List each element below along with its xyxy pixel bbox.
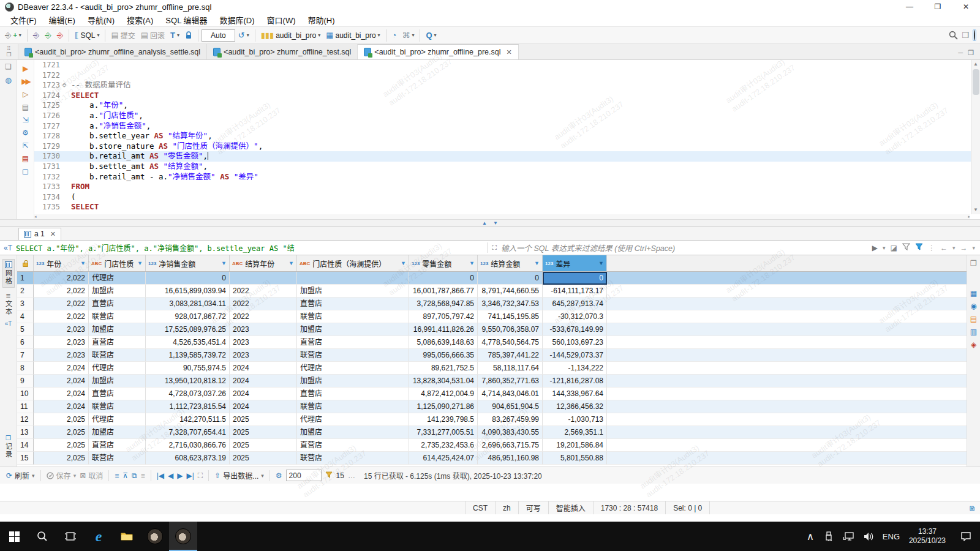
references-icon[interactable]: ▥ (970, 328, 977, 336)
grid-cell[interactable]: -121,816,287.08 (543, 375, 607, 388)
code-line[interactable]: 1732 b.retail_amt - a."净销售金额" AS "差异" (34, 172, 980, 182)
grid-cell[interactable]: -1,134,222 (543, 362, 607, 375)
table-row[interactable]: 152,025联营店608,623,873.192025联营店614,425,4… (17, 452, 967, 465)
grid-cell[interactable] (230, 272, 297, 285)
grid-cell[interactable]: 904,651,904.5 (478, 400, 543, 413)
column-filter-chevron-icon[interactable]: ▼ (469, 260, 475, 266)
commit-button[interactable]: ▤提交 (108, 29, 137, 42)
maximize-view-icon[interactable]: ❐ (968, 49, 974, 57)
grid-cell[interactable]: 加盟店 (297, 285, 409, 298)
grid-cell[interactable]: 90,755,974.5 (146, 362, 230, 375)
more-icon[interactable]: … (348, 471, 355, 480)
sql-editor-button[interactable]: ⟦SQL▾ (72, 30, 102, 41)
grid-cell[interactable]: 联营店 (297, 452, 409, 465)
tab-text-view[interactable]: ≣ 文本 (3, 290, 14, 318)
value-viewer-icon[interactable]: ▦ (970, 289, 977, 298)
grid-cell[interactable]: -144,529,073.37 (543, 349, 607, 362)
grid-cell[interactable]: 142,270,511.5 (146, 413, 230, 426)
grid-settings-gear-icon[interactable]: ⚙ (276, 471, 282, 480)
collapse-up-icon[interactable]: ▲ (482, 220, 487, 226)
grid-cell[interactable]: 2024 (230, 388, 297, 400)
grid-cell[interactable]: 13,828,304,531.04 (409, 375, 478, 388)
grid-cell[interactable]: 3,346,732,347.53 (478, 298, 543, 310)
code-line[interactable]: 1731 b.settle_amt AS "结算金额", (34, 162, 980, 172)
tab-grid-view[interactable]: 网格 (2, 259, 15, 288)
column-header-6[interactable]: 123结算金额▼ (478, 255, 543, 271)
grid-cell[interactable]: 直营店 (297, 388, 409, 400)
table-row[interactable]: 52,023加盟店17,525,089,976.252023加盟店16,991,… (17, 323, 967, 336)
grid-cell[interactable]: 1,125,090,271.86 (409, 400, 478, 413)
tray-expand-icon[interactable]: ∧ (801, 522, 820, 551)
table-row[interactable]: 132,025加盟店7,328,707,654.412025加盟店7,331,2… (17, 426, 967, 439)
column-header-1[interactable]: ABC门店性质▼ (89, 255, 146, 271)
grid-cell[interactable]: 608,623,873.19 (146, 452, 230, 465)
connect-button[interactable]: ⎆ (31, 30, 42, 40)
grid-cell[interactable]: 7,328,707,654.41 (146, 426, 230, 439)
result-grid[interactable]: 123年份▼ABC门店性质▼123净销售金额▼ABC结算年份▼ABC门店性质（海… (17, 255, 967, 467)
grid-cell[interactable]: 0 (146, 272, 230, 285)
grid-cell[interactable]: 16,001,787,866.77 (409, 285, 478, 298)
table-row[interactable]: 72,023联营店1,139,585,739.722023联营店995,056,… (17, 349, 967, 362)
scroll-up-icon[interactable]: ▲ (971, 60, 980, 69)
menu-item-5[interactable]: 数据库(D) (214, 13, 260, 27)
close-icon[interactable]: ✕ (50, 230, 56, 238)
aggregate-icon[interactable]: ▤ (970, 315, 977, 323)
grid-cell[interactable]: 4,526,535,451.4 (146, 336, 230, 349)
back-arrow-icon[interactable]: ← (940, 244, 948, 252)
history-button[interactable]: ↺▾ (236, 30, 252, 40)
apply-filter-icon[interactable]: ▶ (872, 244, 878, 252)
expand-filter-icon[interactable]: ⛶ (488, 244, 501, 252)
fetch-size-input[interactable]: 200 (286, 470, 322, 481)
grid-cell[interactable]: 2,025 (34, 426, 89, 439)
row-header[interactable]: 5 (17, 323, 34, 336)
lock-button[interactable] (183, 30, 195, 40)
table-row[interactable]: 112,024联营店1,112,723,815.542024联营店1,125,0… (17, 400, 967, 413)
grid-cell[interactable]: 897,705,797.42 (409, 310, 478, 323)
explain-icon[interactable]: ▤ (22, 103, 29, 111)
grid-cell[interactable]: 2023 (230, 323, 297, 336)
usb-icon[interactable] (820, 522, 838, 551)
menu-item-2[interactable]: 导航(N) (82, 13, 120, 27)
editor-vertical-scrollbar[interactable]: ▲ ▼ (971, 60, 980, 214)
row-filter-icon[interactable] (325, 471, 333, 480)
refresh-button[interactable]: ⟳刷新▾ (6, 470, 35, 481)
dashboard-button[interactable]: ◔ (390, 30, 399, 40)
table-row[interactable]: 122,025代理店142,270,511.52025代理店141,239,79… (17, 413, 967, 426)
grid-cell[interactable]: 联营店 (89, 349, 146, 362)
grid-cell[interactable]: 5,801,550.88 (543, 452, 607, 465)
dbeaver-logo-button[interactable] (973, 29, 976, 41)
grid-cell[interactable]: 2,023 (34, 336, 89, 349)
explain-plan-button[interactable]: ⌘▾ (399, 30, 417, 40)
execute-new-tab-icon[interactable]: ▷ (23, 91, 28, 98)
generate-sql-icon[interactable]: ≡ (115, 471, 119, 480)
row-header[interactable]: 2 (17, 285, 34, 298)
menu-item-0[interactable]: 文件(F) (5, 13, 42, 27)
grid-cell[interactable]: 2,023 (34, 323, 89, 336)
grid-cell[interactable]: 1,139,585,739.72 (146, 349, 230, 362)
grid-cell[interactable]: 2,022 (34, 310, 89, 323)
grid-cell[interactable]: 2,735,232,453.6 (409, 439, 478, 452)
grid-cell[interactable]: 2,024 (34, 362, 89, 375)
grid-cell[interactable]: 614,425,424.07 (409, 452, 478, 465)
grid-cell[interactable]: -1,030,713 (543, 413, 607, 426)
table-row[interactable]: 62,023直营店4,526,535,451.42023直营店5,086,639… (17, 336, 967, 349)
save-button[interactable]: 保存▾ (47, 470, 77, 481)
code-line[interactable]: 1730 b.retail_amt AS "零售金额", (34, 151, 980, 162)
switch-presentation-icon[interactable]: «T (5, 320, 12, 327)
grid-cell[interactable]: 2,025 (34, 413, 89, 426)
column-header-0[interactable]: 123年份▼ (34, 255, 89, 271)
grid-cell[interactable] (297, 272, 409, 285)
fetch-all-icon[interactable]: ⛶ (198, 471, 203, 480)
volume-icon[interactable] (859, 522, 880, 551)
grid-cell[interactable]: 7,860,352,771.63 (478, 375, 543, 388)
dbeaver-taskbar-icon-active[interactable] (169, 522, 197, 551)
export-result-icon[interactable]: ⇲ (22, 116, 28, 124)
notifications-icon[interactable]: 🗈 (968, 503, 976, 512)
minimize-button[interactable]: — (895, 0, 924, 13)
row-header[interactable]: 7 (17, 349, 34, 362)
log-file-icon[interactable]: ▤ (22, 155, 29, 162)
fold-marker-icon[interactable]: ⊖ (62, 80, 71, 91)
grid-cell[interactable]: 直营店 (297, 298, 409, 310)
execute-script-icon[interactable]: ▶▶ (21, 78, 29, 85)
prev-page-icon[interactable]: ◀ (168, 471, 173, 480)
